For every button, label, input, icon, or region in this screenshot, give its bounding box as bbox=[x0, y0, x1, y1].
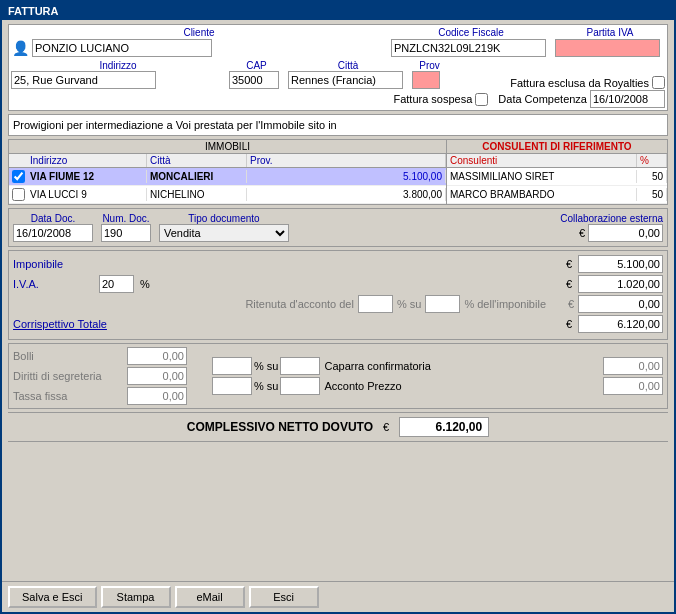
consulente2-nome: MARCO BRAMBARDO bbox=[447, 188, 637, 201]
row1-indirizzo: VIA FIUME 12 bbox=[27, 170, 147, 183]
prov-label: Prov bbox=[412, 60, 447, 71]
consulenti-right: CONSULENTI DI RIFERIMENTO Consulenti % M… bbox=[447, 140, 667, 204]
stampa-button[interactable]: Stampa bbox=[101, 586, 171, 608]
cliente-block: Cliente 👤 bbox=[11, 27, 387, 57]
imponibile-euro: € bbox=[562, 258, 572, 270]
complessivo-bar: COMPLESSIVO NETTO DOVUTO € 6.120,00 bbox=[8, 412, 668, 442]
row2-citta: NICHELINO bbox=[147, 188, 247, 201]
imponibile-section: Imponibile € I.V.A. % € Ritenuta d'accon… bbox=[8, 250, 668, 340]
complessivo-amount: 6.120,00 bbox=[399, 417, 489, 437]
bolli-su1: % su bbox=[254, 360, 278, 372]
data-competenza-input[interactable] bbox=[590, 90, 665, 108]
bolli-label: Bolli bbox=[13, 350, 123, 362]
main-window: FATTURA Cliente 👤 Codice Fiscale Partita bbox=[0, 0, 676, 614]
row2-checkbox-cell bbox=[9, 188, 27, 201]
royalties-checkbox[interactable] bbox=[652, 76, 665, 89]
tassa-input[interactable] bbox=[127, 387, 187, 405]
corrispettivo-euro: € bbox=[562, 318, 572, 330]
diritti-perc2[interactable] bbox=[212, 377, 252, 395]
prov-input[interactable] bbox=[412, 71, 440, 89]
row2-checkbox[interactable] bbox=[12, 188, 25, 201]
imponibile-input[interactable] bbox=[578, 255, 663, 273]
window-title: FATTURA bbox=[8, 5, 59, 17]
iva-perc-input[interactable] bbox=[99, 275, 134, 293]
ritenuta-su: % su bbox=[397, 298, 421, 310]
table-row[interactable]: VIA FIUME 12 MONCALIERI 5.100,00 bbox=[9, 168, 446, 186]
cliente-section: Cliente 👤 Codice Fiscale Partita IVA bbox=[8, 24, 668, 111]
partita-iva-input[interactable] bbox=[555, 39, 660, 57]
ritenuta-perc-input[interactable] bbox=[358, 295, 393, 313]
ritenuta-su-input[interactable] bbox=[425, 295, 460, 313]
tassa-label: Tassa fissa bbox=[13, 390, 123, 402]
row1-checkbox[interactable] bbox=[12, 170, 25, 183]
codice-fiscale-label: Codice Fiscale bbox=[391, 27, 551, 38]
consulente-row[interactable]: MASSIMILIANO SIRET 50 bbox=[447, 168, 667, 186]
documento-section: Data Doc. Num. Doc. Tipo documento Vendi… bbox=[8, 208, 668, 247]
consulente-row[interactable]: MARCO BRAMBARDO 50 bbox=[447, 186, 667, 204]
acconto-label: Acconto Prezzo bbox=[324, 380, 401, 392]
citta-block: Città bbox=[288, 60, 408, 89]
indirizzo-block: Indirizzo bbox=[11, 60, 225, 89]
cap-input[interactable] bbox=[229, 71, 279, 89]
num-doc-group: Num. Doc. bbox=[101, 213, 151, 242]
complessivo-label: COMPLESSIVO NETTO DOVUTO bbox=[187, 420, 373, 434]
bottom-extras-section: Bolli Diritti di segreteria Tassa fissa bbox=[8, 343, 668, 409]
consulente1-perc: 50 bbox=[637, 170, 667, 183]
citta-input[interactable] bbox=[288, 71, 403, 89]
diritti-label: Diritti di segreteria bbox=[13, 370, 123, 382]
corrispettivo-input[interactable] bbox=[578, 315, 663, 333]
row2-indirizzo: VIA LUCCI 9 bbox=[27, 188, 147, 201]
col-indirizzo: Indirizzo bbox=[27, 154, 147, 167]
num-doc-input[interactable] bbox=[101, 224, 151, 242]
indirizzo-label: Indirizzo bbox=[11, 60, 225, 71]
consulente2-perc: 50 bbox=[637, 188, 667, 201]
ritenuta-label: Ritenuta d'acconto del bbox=[245, 298, 354, 310]
tipo-doc-label: Tipo documento bbox=[159, 213, 289, 224]
collaborazione-label: Collaborazione esterna bbox=[560, 213, 663, 224]
citta-label: Città bbox=[288, 60, 408, 71]
complessivo-euro: € bbox=[383, 421, 389, 433]
salva-button[interactable]: Salva e Esci bbox=[8, 586, 97, 608]
bolli-su1-input[interactable] bbox=[280, 357, 320, 375]
sospesa-label: Fattura sospesa bbox=[393, 93, 472, 105]
acconto-input[interactable] bbox=[603, 377, 663, 395]
row1-checkbox-cell bbox=[9, 170, 27, 183]
cliente-label: Cliente bbox=[11, 27, 387, 38]
table-row[interactable]: VIA LUCCI 9 NICHELINO 3.800,00 bbox=[9, 186, 446, 204]
cap-block: CAP bbox=[229, 60, 284, 89]
indirizzo-input[interactable] bbox=[11, 71, 156, 89]
diritti-su2-input[interactable] bbox=[280, 377, 320, 395]
email-button[interactable]: eMail bbox=[175, 586, 245, 608]
codice-fiscale-input[interactable] bbox=[391, 39, 546, 57]
cap-label: CAP bbox=[229, 60, 284, 71]
ritenuta-input[interactable] bbox=[578, 295, 663, 313]
num-doc-label: Num. Doc. bbox=[101, 213, 151, 224]
bolli-perc1[interactable] bbox=[212, 357, 252, 375]
corrispettivo-label[interactable]: Corrispettivo Totale bbox=[13, 318, 107, 330]
codice-block: Codice Fiscale bbox=[391, 27, 551, 57]
diritti-input[interactable] bbox=[127, 367, 187, 385]
sospesa-checkbox[interactable] bbox=[475, 93, 488, 106]
imponibile-label: Imponibile bbox=[13, 258, 93, 270]
bolli-input[interactable] bbox=[127, 347, 187, 365]
diritti-su2: % su bbox=[254, 380, 278, 392]
esci-button[interactable]: Esci bbox=[249, 586, 319, 608]
col-consulenti: Consulenti bbox=[447, 154, 637, 167]
cliente-input[interactable] bbox=[32, 39, 212, 57]
immobili-left: IMMOBILI Indirizzo Città Prov. VIA FIUME… bbox=[9, 140, 447, 204]
collaborazione-input[interactable] bbox=[588, 224, 663, 242]
iva-euro: € bbox=[562, 278, 572, 290]
immobili-header: IMMOBILI bbox=[9, 140, 446, 154]
col-perc: % bbox=[637, 154, 667, 167]
data-doc-input[interactable] bbox=[13, 224, 93, 242]
partita-iva-label: Partita IVA bbox=[555, 27, 665, 38]
tipo-doc-select[interactable]: Vendita bbox=[159, 224, 289, 242]
prov-block: Prov bbox=[412, 60, 447, 89]
consulenti-header: CONSULENTI DI RIFERIMENTO bbox=[447, 140, 667, 154]
title-bar: FATTURA bbox=[2, 2, 674, 20]
caparra-label: Caparra confirmatoria bbox=[324, 360, 430, 372]
iva-input[interactable] bbox=[578, 275, 663, 293]
tipo-doc-group: Tipo documento Vendita bbox=[159, 213, 289, 242]
data-doc-label: Data Doc. bbox=[13, 213, 93, 224]
caparra-input[interactable] bbox=[603, 357, 663, 375]
